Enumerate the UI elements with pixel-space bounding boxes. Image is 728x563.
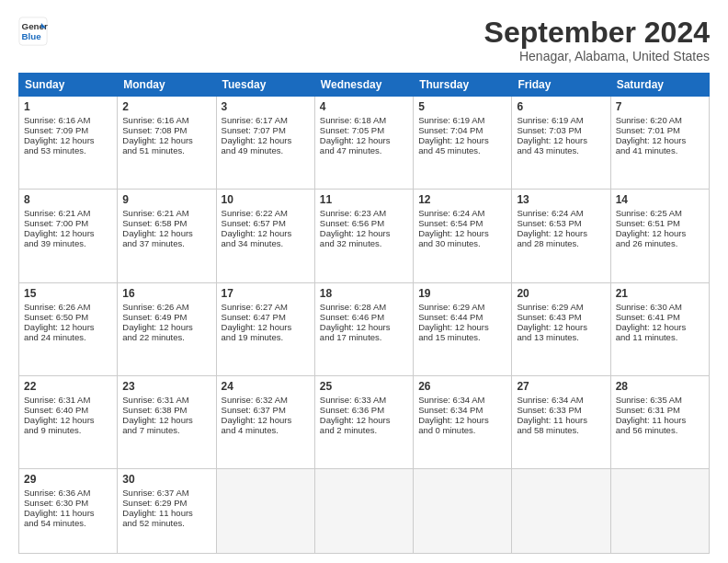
calendar-cell: 13Sunrise: 6:24 AMSunset: 6:53 PMDayligh… bbox=[512, 190, 610, 282]
calendar-week-2: 8Sunrise: 6:21 AMSunset: 7:00 PMDaylight… bbox=[19, 190, 710, 282]
day-info-line: Daylight: 12 hours bbox=[616, 322, 704, 332]
day-number: 26 bbox=[418, 380, 506, 393]
day-info-line: and 32 minutes. bbox=[320, 238, 408, 248]
day-info-line: Sunset: 6:57 PM bbox=[222, 218, 310, 228]
day-info-line: Sunset: 6:46 PM bbox=[320, 312, 408, 322]
day-info-line: Daylight: 12 hours bbox=[320, 415, 408, 425]
calendar-cell: 1Sunrise: 6:16 AMSunset: 7:09 PMDaylight… bbox=[19, 97, 118, 190]
day-info-line: Sunrise: 6:31 AM bbox=[122, 395, 210, 405]
day-info-line: Daylight: 12 hours bbox=[517, 322, 605, 332]
day-info-line: Daylight: 11 hours bbox=[517, 415, 605, 425]
calendar-cell: 4Sunrise: 6:18 AMSunset: 7:05 PMDaylight… bbox=[314, 97, 413, 190]
day-info-line: Sunrise: 6:32 AM bbox=[222, 395, 310, 405]
day-info-line: Daylight: 12 hours bbox=[24, 322, 112, 332]
calendar-week-4: 22Sunrise: 6:31 AMSunset: 6:40 PMDayligh… bbox=[19, 375, 710, 468]
calendar-week-5: 29Sunrise: 6:36 AMSunset: 6:30 PMDayligh… bbox=[19, 468, 710, 553]
day-number: 25 bbox=[320, 380, 408, 393]
day-info-line: and 52 minutes. bbox=[122, 518, 210, 528]
day-info-line: and 9 minutes. bbox=[24, 425, 112, 435]
day-info-line: Daylight: 12 hours bbox=[24, 415, 112, 425]
day-number: 14 bbox=[616, 193, 704, 206]
day-number: 18 bbox=[320, 287, 408, 300]
day-info-line: Sunrise: 6:35 AM bbox=[616, 395, 704, 405]
day-info-line: and 43 minutes. bbox=[517, 145, 605, 155]
day-number: 22 bbox=[24, 380, 112, 393]
day-info-line: and 0 minutes. bbox=[418, 425, 506, 435]
day-info-line: Sunset: 6:56 PM bbox=[320, 218, 408, 228]
calendar-cell: 5Sunrise: 6:19 AMSunset: 7:04 PMDaylight… bbox=[414, 97, 512, 190]
calendar-cell bbox=[414, 468, 512, 553]
day-info-line: Sunset: 7:05 PM bbox=[320, 125, 408, 135]
day-info-line: Sunrise: 6:33 AM bbox=[320, 395, 408, 405]
calendar-header-thursday: Thursday bbox=[414, 74, 512, 97]
calendar-header-wednesday: Wednesday bbox=[314, 74, 413, 97]
day-info-line: Sunrise: 6:28 AM bbox=[320, 302, 408, 312]
day-info-line: and 2 minutes. bbox=[320, 425, 408, 435]
day-info-line: Sunrise: 6:24 AM bbox=[517, 208, 605, 218]
day-info-line: and 51 minutes. bbox=[122, 145, 210, 155]
day-info-line: Daylight: 12 hours bbox=[616, 135, 704, 145]
day-info-line: and 45 minutes. bbox=[418, 145, 506, 155]
day-info-line: Sunset: 6:58 PM bbox=[122, 218, 210, 228]
day-info-line: and 37 minutes. bbox=[122, 238, 210, 248]
day-info-line: Sunrise: 6:16 AM bbox=[24, 115, 112, 125]
day-number: 12 bbox=[418, 193, 506, 206]
day-info-line: Sunrise: 6:19 AM bbox=[418, 115, 506, 125]
day-info-line: Sunrise: 6:26 AM bbox=[24, 302, 112, 312]
day-number: 11 bbox=[320, 193, 408, 206]
day-info-line: Daylight: 12 hours bbox=[517, 228, 605, 238]
day-info-line: Daylight: 12 hours bbox=[222, 415, 310, 425]
day-info-line: Sunset: 7:09 PM bbox=[24, 125, 112, 135]
day-number: 27 bbox=[517, 380, 605, 393]
header: General Blue September 2024 Henagar, Ala… bbox=[18, 17, 710, 63]
day-info-line: Daylight: 12 hours bbox=[222, 228, 310, 238]
day-info-line: Sunset: 7:04 PM bbox=[418, 125, 506, 135]
day-number: 7 bbox=[616, 100, 704, 113]
day-info-line: Sunrise: 6:36 AM bbox=[24, 488, 112, 498]
day-info-line: Sunset: 6:31 PM bbox=[616, 405, 704, 415]
calendar-cell: 17Sunrise: 6:27 AMSunset: 6:47 PMDayligh… bbox=[216, 282, 314, 375]
day-number: 19 bbox=[418, 287, 506, 300]
calendar-cell: 3Sunrise: 6:17 AMSunset: 7:07 PMDaylight… bbox=[216, 97, 314, 190]
day-info-line: Sunrise: 6:18 AM bbox=[320, 115, 408, 125]
day-number: 23 bbox=[122, 380, 210, 393]
day-number: 8 bbox=[24, 193, 112, 206]
day-info-line: Sunrise: 6:22 AM bbox=[222, 208, 310, 218]
day-info-line: and 54 minutes. bbox=[24, 518, 112, 528]
day-info-line: Daylight: 12 hours bbox=[122, 415, 210, 425]
day-info-line: Daylight: 12 hours bbox=[122, 228, 210, 238]
day-info-line: Sunrise: 6:26 AM bbox=[122, 302, 210, 312]
day-info-line: Daylight: 12 hours bbox=[122, 322, 210, 332]
calendar-cell: 8Sunrise: 6:21 AMSunset: 7:00 PMDaylight… bbox=[19, 190, 118, 282]
calendar-cell bbox=[216, 468, 314, 553]
day-info-line: Sunset: 6:54 PM bbox=[418, 218, 506, 228]
day-number: 13 bbox=[517, 193, 605, 206]
day-info-line: Sunset: 6:49 PM bbox=[122, 312, 210, 322]
day-info-line: Sunset: 6:38 PM bbox=[122, 405, 210, 415]
day-info-line: Sunset: 6:30 PM bbox=[24, 498, 112, 508]
day-info-line: Sunset: 6:47 PM bbox=[222, 312, 310, 322]
day-info-line: Sunrise: 6:30 AM bbox=[616, 302, 704, 312]
day-info-line: Sunrise: 6:20 AM bbox=[616, 115, 704, 125]
calendar-week-1: 1Sunrise: 6:16 AMSunset: 7:09 PMDaylight… bbox=[19, 97, 710, 190]
calendar-cell: 20Sunrise: 6:29 AMSunset: 6:43 PMDayligh… bbox=[512, 282, 610, 375]
day-info-line: Sunrise: 6:34 AM bbox=[418, 395, 506, 405]
day-info-line: Daylight: 11 hours bbox=[122, 508, 210, 518]
calendar-header-monday: Monday bbox=[118, 74, 216, 97]
day-info-line: Sunset: 6:33 PM bbox=[517, 405, 605, 415]
calendar-cell: 19Sunrise: 6:29 AMSunset: 6:44 PMDayligh… bbox=[414, 282, 512, 375]
day-info-line: Daylight: 12 hours bbox=[24, 228, 112, 238]
day-info-line: and 56 minutes. bbox=[616, 425, 704, 435]
day-number: 17 bbox=[222, 287, 310, 300]
title-block: September 2024 Henagar, Alabama, United … bbox=[484, 17, 710, 63]
day-info-line: Sunset: 6:41 PM bbox=[616, 312, 704, 322]
day-info-line: Daylight: 12 hours bbox=[320, 228, 408, 238]
calendar-cell: 30Sunrise: 6:37 AMSunset: 6:29 PMDayligh… bbox=[118, 468, 216, 553]
day-info-line: Sunrise: 6:24 AM bbox=[418, 208, 506, 218]
logo-icon: General Blue bbox=[18, 17, 48, 46]
calendar-cell: 7Sunrise: 6:20 AMSunset: 7:01 PMDaylight… bbox=[610, 97, 709, 190]
calendar-cell: 29Sunrise: 6:36 AMSunset: 6:30 PMDayligh… bbox=[19, 468, 118, 553]
svg-text:Blue: Blue bbox=[22, 31, 42, 41]
day-number: 5 bbox=[418, 100, 506, 113]
day-info-line: Sunset: 6:40 PM bbox=[24, 405, 112, 415]
